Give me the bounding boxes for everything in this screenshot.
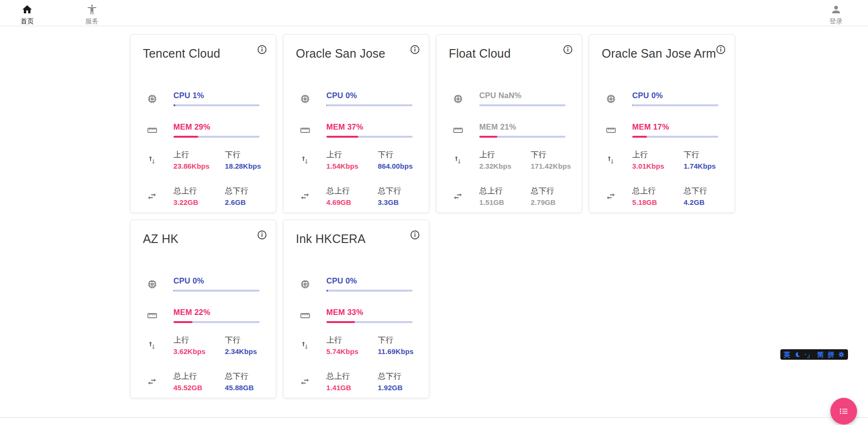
download-speed-value: 2.34Kbps xyxy=(225,347,260,355)
mem-usage-text: MEM 21% xyxy=(479,122,565,132)
upload-speed-value: 5.74Kbps xyxy=(326,347,378,355)
download-label: 下行 xyxy=(225,150,261,159)
mem-row: MEM 22% xyxy=(143,308,260,323)
cpu-row: CPU 0% xyxy=(296,91,413,106)
server-name: Oracle San Jose xyxy=(296,46,413,61)
server-stats: CPU NaN% MEM 21% xyxy=(449,91,565,206)
cpu-usage-text: CPU 0% xyxy=(632,91,718,100)
total-upload-label: 总上行 xyxy=(326,186,378,195)
mem-row: MEM 37% xyxy=(296,122,413,138)
total-upload-value: 1.51GB xyxy=(479,198,531,206)
upload-stat: 上行 5.74Kbps xyxy=(326,335,378,355)
upload-label: 上行 xyxy=(479,150,531,159)
total-download-stat: 总下行 3.3GB xyxy=(378,186,413,206)
total-download-stat: 总下行 2.6GB xyxy=(225,186,260,206)
cpu-progress-track xyxy=(173,290,260,292)
mem-row: MEM 29% xyxy=(143,122,260,138)
swap-vertical-icon xyxy=(296,150,326,170)
total-upload-stat: 总上行 3.22GB xyxy=(173,186,225,206)
total-upload-label: 总上行 xyxy=(632,186,684,195)
cpu-progress-fill xyxy=(632,104,633,106)
info-icon[interactable] xyxy=(410,230,420,240)
total-download-label: 总下行 xyxy=(225,186,260,195)
swap-vertical-icon xyxy=(296,335,326,355)
total-download-stat: 总下行 1.92GB xyxy=(378,372,413,392)
total-download-label: 总下行 xyxy=(225,372,260,381)
cpu-progress-fill xyxy=(326,104,327,106)
download-speed-value: 18.28Kbps xyxy=(225,162,261,170)
cpu-usage-text: CPU 0% xyxy=(326,276,413,285)
ruler-icon xyxy=(143,308,173,323)
mem-progress-track xyxy=(479,136,565,138)
upload-label: 上行 xyxy=(326,150,378,159)
cpu-chip-icon xyxy=(296,276,326,292)
mem-usage-text: MEM 33% xyxy=(326,308,413,317)
mem-progress-fill xyxy=(326,321,355,323)
cpu-progress-track xyxy=(479,104,565,106)
ruler-icon xyxy=(296,122,326,138)
mem-progress-fill xyxy=(326,136,358,138)
download-stat: 下行 864.00bps xyxy=(378,150,413,170)
swap-horizontal-icon xyxy=(143,372,173,392)
total-upload-stat: 总上行 1.51GB xyxy=(479,186,531,206)
total-upload-value: 1.41GB xyxy=(326,384,378,392)
upload-speed-value: 3.01Kbps xyxy=(632,162,684,170)
mem-progress-fill xyxy=(173,136,198,138)
info-icon[interactable] xyxy=(257,230,267,240)
mem-usage-text: MEM 29% xyxy=(173,122,260,132)
cpu-progress-fill xyxy=(173,290,174,292)
mem-usage-text: MEM 22% xyxy=(173,308,260,317)
mem-progress-track xyxy=(632,136,718,138)
nav-services-label: 服务 xyxy=(85,17,99,25)
upload-speed-value: 2.32Kbps xyxy=(479,162,531,170)
info-icon[interactable] xyxy=(563,44,573,55)
footer-divider xyxy=(0,417,868,418)
net-speed-row: 上行 1.54Kbps 下行 864.00bps xyxy=(296,150,413,170)
ruler-icon xyxy=(449,122,479,138)
cpu-progress-fill xyxy=(326,290,328,292)
mem-progress-fill xyxy=(479,136,497,138)
server-card: AZ HK CPU 0% MEM 22% xyxy=(130,220,276,398)
download-label: 下行 xyxy=(378,150,413,159)
nav-item-services[interactable]: 服务 xyxy=(78,4,106,25)
download-speed-value: 864.00bps xyxy=(378,162,413,170)
server-list-fab[interactable] xyxy=(830,398,857,425)
total-upload-label: 总上行 xyxy=(173,186,225,195)
ruler-icon xyxy=(143,122,173,138)
server-card: Oracle San Jose CPU 0% MEM 37% xyxy=(283,34,429,213)
net-speed-row: 上行 23.86Kbps 下行 18.28Kbps xyxy=(143,150,260,170)
mem-progress-track xyxy=(326,136,413,138)
total-download-value: 2.6GB xyxy=(225,198,260,206)
total-upload-value: 3.22GB xyxy=(173,198,225,206)
swap-horizontal-icon xyxy=(602,186,632,206)
person-icon xyxy=(830,4,842,17)
input-method-toolbar[interactable]: 英 ·」 简 拼 xyxy=(780,349,848,360)
server-stats: CPU 0% MEM 22% xyxy=(143,276,260,392)
total-upload-value: 4.69GB xyxy=(326,198,378,206)
swap-horizontal-icon xyxy=(296,372,326,392)
info-icon[interactable] xyxy=(410,44,420,55)
cpu-row: CPU 0% xyxy=(296,276,413,292)
cpu-chip-icon xyxy=(449,91,479,106)
ime-halfwidth-moon-icon[interactable] xyxy=(794,351,801,358)
server-stats: CPU 0% MEM 37% xyxy=(296,91,413,206)
info-icon[interactable] xyxy=(257,44,267,55)
total-download-value: 3.3GB xyxy=(378,198,413,206)
download-stat: 下行 18.28Kbps xyxy=(225,150,261,170)
download-label: 下行 xyxy=(531,150,571,159)
server-stats: CPU 0% MEM 17% xyxy=(602,91,718,206)
nav-item-home[interactable]: 首页 xyxy=(13,4,41,25)
total-download-label: 总下行 xyxy=(378,372,413,381)
mem-progress-fill xyxy=(632,136,647,138)
nav-item-login[interactable]: 登录 xyxy=(822,4,850,25)
cpu-row: CPU NaN% xyxy=(449,91,565,106)
mem-progress-track xyxy=(173,136,260,138)
info-icon[interactable] xyxy=(716,44,726,55)
cpu-row: CPU 0% xyxy=(143,276,260,292)
upload-speed-value: 1.54Kbps xyxy=(326,162,378,170)
cpu-usage-text: CPU NaN% xyxy=(479,91,565,100)
ime-settings-gear-icon[interactable] xyxy=(838,351,845,358)
cpu-usage-text: CPU 0% xyxy=(173,276,260,285)
net-speed-row: 上行 2.32Kbps 下行 171.42Kbps xyxy=(449,150,565,170)
total-download-stat: 总下行 45.88GB xyxy=(225,372,260,392)
